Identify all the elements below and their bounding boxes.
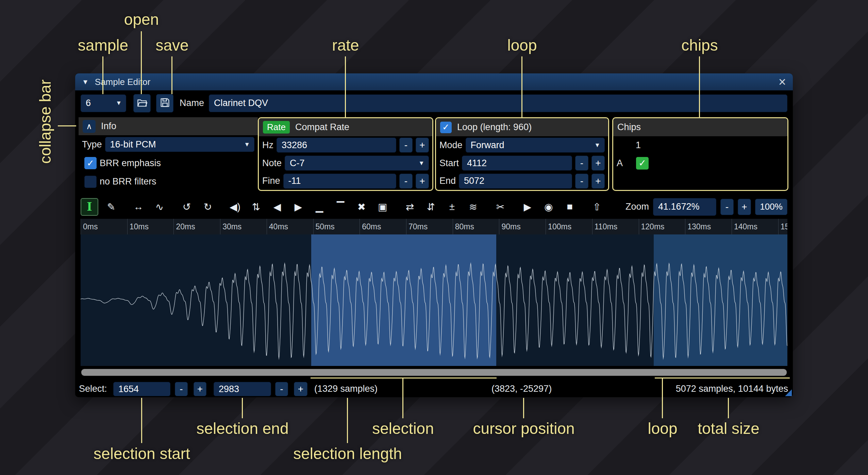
fade-out-icon[interactable]: ▶ — [290, 199, 306, 215]
collapse-button[interactable]: ∧ — [83, 120, 96, 133]
loop-start-decrease-button[interactable]: - — [575, 156, 588, 171]
sign-icon[interactable]: ± — [444, 199, 460, 215]
floppy-disk-icon — [160, 97, 170, 109]
apply-silence-icon[interactable]: ▔ — [332, 199, 349, 215]
selection-start-increase-button[interactable]: + — [194, 382, 206, 396]
resize-icon[interactable]: ↔ — [130, 199, 147, 215]
waveform-display[interactable] — [81, 234, 787, 366]
invert-icon[interactable]: ⇵ — [423, 199, 439, 215]
selection-start-input[interactable] — [113, 382, 170, 396]
reverse-icon[interactable]: ⇄ — [402, 199, 418, 215]
ruler-label: 120ms — [639, 219, 665, 234]
info-panel: ∧ Info Type 16-bit PCM ▼ ✓ BRR emphasis … — [79, 117, 258, 191]
brr-emphasis-checkbox[interactable]: ✓ — [84, 157, 97, 169]
rate-panel-header: Rate Compat Rate — [259, 118, 432, 136]
chip-enable-checkbox[interactable]: ✓ — [636, 157, 649, 170]
loop-start-label: Start — [439, 158, 459, 169]
total-size-text: 5072 samples, 10144 bytes — [676, 381, 788, 397]
insert-silence-icon[interactable]: ▁ — [311, 199, 328, 215]
rate-panel: Rate Compat Rate Hz - + Note C-7 ▼ Fine … — [258, 117, 433, 191]
timeline-ruler[interactable]: 0ms10ms20ms30ms40ms50ms60ms70ms80ms90ms1… — [81, 219, 787, 234]
scrollbar-thumb[interactable] — [81, 369, 787, 376]
import-icon[interactable]: ⇧ — [589, 199, 605, 215]
zoom-reset-button[interactable]: 100% — [755, 199, 787, 215]
trim-icon[interactable]: ▣ — [374, 199, 391, 215]
chevron-down-icon: ▼ — [594, 142, 600, 149]
fine-decrease-button[interactable]: - — [399, 174, 413, 189]
edit-select-icon[interactable]: I — [81, 198, 98, 216]
loop-end-input[interactable] — [459, 174, 572, 189]
annotation-selection: selection — [372, 419, 434, 438]
fade-in-icon[interactable]: ◀ — [269, 199, 285, 215]
annotation-selection-start: selection start — [94, 444, 190, 463]
loop-start-increase-button[interactable]: + — [591, 156, 605, 171]
folder-open-icon — [137, 97, 148, 109]
loop-enable-checkbox[interactable]: ✓ — [440, 122, 452, 133]
play-cursor-icon[interactable]: ◉ — [540, 199, 557, 215]
stop-icon[interactable]: ■ — [562, 199, 578, 215]
ruler-label: 110ms — [592, 219, 617, 234]
selection-end-decrease-button[interactable]: - — [275, 382, 288, 396]
zoom-input[interactable] — [653, 198, 716, 216]
check-icon: ✓ — [87, 158, 94, 169]
redo-icon[interactable]: ↻ — [200, 199, 216, 215]
ruler-label: 20ms — [173, 219, 195, 234]
ruler-label: 40ms — [267, 219, 288, 234]
select-label: Select: — [79, 381, 107, 397]
annotation-collapse-bar: collapse bar — [36, 80, 54, 164]
close-icon[interactable]: × — [779, 75, 786, 88]
annotation-cursor-position: cursor position — [473, 419, 574, 438]
loop-panel-header: ✓ Loop (length: 960) — [436, 118, 608, 136]
selection-end-input[interactable] — [214, 382, 271, 396]
chevron-down-icon: ▼ — [116, 100, 122, 107]
type-select[interactable]: 16-bit PCM ▼ — [105, 137, 254, 152]
open-button[interactable] — [133, 94, 151, 112]
normalize-icon[interactable]: ⇅ — [248, 199, 264, 215]
loop-end-decrease-button[interactable]: - — [575, 174, 588, 189]
delete-icon[interactable]: ✖ — [353, 199, 370, 215]
fine-increase-button[interactable]: + — [416, 174, 429, 189]
horizontal-scrollbar[interactable] — [81, 368, 787, 376]
hz-input[interactable] — [277, 138, 396, 153]
ruler-label: 90ms — [499, 219, 520, 234]
hz-increase-button[interactable]: + — [416, 138, 429, 153]
zoom-group: Zoom - + 100% — [625, 198, 787, 216]
amplify-icon[interactable]: ◀) — [227, 199, 243, 215]
check-icon: ✓ — [442, 122, 450, 133]
draw-icon[interactable]: ✎ — [103, 199, 119, 215]
name-input[interactable] — [209, 94, 787, 112]
zoom-out-button[interactable]: - — [720, 199, 734, 215]
loop-end-increase-button[interactable]: + — [591, 174, 605, 189]
waveform-canvas — [81, 234, 787, 366]
info-header-label: Info — [101, 121, 116, 131]
preview-icon[interactable]: ▶ — [519, 199, 536, 215]
selection-end-increase-button[interactable]: + — [294, 382, 307, 396]
resize-grip[interactable] — [785, 389, 792, 396]
ruler-label: 130ms — [685, 219, 711, 234]
sample-select-value: 6 — [86, 98, 91, 108]
undo-icon[interactable]: ↺ — [179, 199, 195, 215]
titlebar[interactable]: ▼ Sample Editor × — [75, 73, 793, 90]
name-label: Name — [180, 98, 204, 108]
loop-panel: ✓ Loop (length: 960) Mode Forward ▼ Star… — [435, 117, 609, 191]
crossfade-icon[interactable]: ✂ — [492, 199, 508, 215]
selection-start-decrease-button[interactable]: - — [175, 382, 188, 396]
type-label: Type — [82, 139, 102, 150]
annotation-open: open — [124, 10, 159, 29]
annotation-loop-bottom: loop — [648, 419, 678, 438]
zoom-in-button[interactable]: + — [738, 199, 751, 215]
loop-start-input[interactable] — [462, 156, 572, 171]
loop-end-label: End — [439, 176, 456, 186]
sample-toolbar: I✎↔∿↺↻◀)⇅◀▶▁▔✖▣⇄⇵±≋✂▶◉■⇧ Zoom - + 100% — [81, 198, 787, 216]
sample-select[interactable]: 6 ▼ — [81, 94, 126, 112]
filter-icon[interactable]: ≋ — [465, 199, 481, 215]
resample-icon[interactable]: ∿ — [151, 199, 168, 215]
ruler-label: 100ms — [546, 219, 571, 234]
save-button[interactable] — [156, 94, 173, 112]
no-brr-filters-checkbox[interactable] — [84, 176, 97, 188]
hz-decrease-button[interactable]: - — [399, 138, 413, 153]
fine-input[interactable] — [283, 174, 396, 189]
window-collapse-icon[interactable]: ▼ — [82, 78, 89, 86]
loop-mode-select[interactable]: Forward ▼ — [466, 138, 605, 153]
note-select[interactable]: C-7 ▼ — [285, 156, 429, 171]
